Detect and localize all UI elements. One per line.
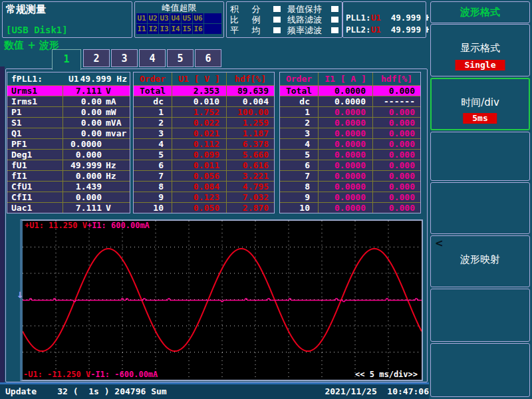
hdf-cell: 0.000 — [373, 139, 420, 149]
tab-3[interactable]: 3 — [111, 49, 138, 67]
harmonics-row-total: Total0.00000.000 — [280, 85, 420, 96]
mode-toggle-row: 积分 — [230, 4, 281, 14]
pll-source: U1 — [371, 25, 381, 35]
pll-name: PLL1: — [346, 13, 371, 23]
hdf-cell: 1.187 — [227, 128, 274, 138]
update-counter: Update 32 ( 1s ) 204796 Sum — [5, 384, 167, 399]
row-label: P1 — [7, 107, 63, 117]
harmonics-row-2: 20.00000.000 — [280, 117, 420, 128]
order-cell: 2 — [134, 118, 172, 128]
harmonics-row-6: 60.00000.000 — [280, 160, 420, 170]
peak-overrange-panel: 峰值超限 U1U2U3U4U5U6 I1I2I3I4I5I6 — [134, 1, 224, 38]
row-label: S1 — [7, 118, 63, 128]
peak-cell-spare — [204, 13, 221, 23]
table-row-deg1: Deg10.000 — [7, 149, 130, 160]
checkbox-icon[interactable] — [331, 17, 338, 23]
softkey-box-3 — [430, 132, 530, 181]
peak-cell: I6 — [193, 24, 203, 34]
filter-toggle-row: 线路滤波 — [287, 15, 338, 25]
value-cell: 0.050 — [172, 203, 227, 213]
header-cell: I1 [ A ] — [319, 72, 373, 85]
checkbox-icon[interactable] — [273, 6, 281, 12]
value-cell: 0.099 — [172, 150, 227, 160]
table-row-p1: P10.00mW — [7, 106, 130, 117]
tab-1[interactable]: 1 — [52, 49, 81, 70]
i1-max-label: +I1: 600.00mA — [87, 221, 150, 230]
tab-6[interactable]: 6 — [195, 49, 221, 67]
toggle-label: 均 — [252, 25, 261, 37]
hdf-cell: 4.795 — [227, 182, 274, 192]
hdf-cell: 0.000 — [373, 107, 420, 117]
value-cell: 0.056 — [172, 171, 227, 181]
hdf-cell: 0.000 — [373, 128, 420, 138]
hdf-cell: 0.004 — [227, 96, 274, 106]
checkbox-icon[interactable] — [273, 27, 281, 33]
value-cell: 0.0000 — [319, 128, 373, 138]
u1-max-label: +U1: 11.250 V — [25, 221, 87, 230]
harmonics-row-5: 50.0995.660 — [134, 149, 274, 160]
filter-toggle-group: 最值保持线路滤波频率滤波 — [287, 4, 338, 35]
tab-5[interactable]: 5 — [167, 49, 194, 67]
hdf-cell: ------ — [373, 96, 420, 106]
usb-status-badge: [USB Disk1] — [6, 25, 68, 35]
value-cell: 2.353 — [172, 86, 227, 96]
harmonics-row-10: 100.00000.000 — [280, 202, 420, 213]
order-cell: 1 — [134, 107, 172, 117]
value-cell: 0.123 — [172, 192, 227, 202]
harmonics-row-9: 90.1237.032 — [134, 192, 274, 202]
current-harmonics-table: OrderI1 [ A ]hdf[%]Total0.00000.000dc0.0… — [279, 72, 421, 213]
peak-overrange-title: 峰值超限 — [135, 2, 223, 13]
tab-4[interactable]: 4 — [139, 49, 166, 67]
row-label: Deg1 — [7, 150, 63, 160]
softkey-label: 时间/div — [432, 96, 529, 109]
tab-2[interactable]: 2 — [83, 49, 110, 67]
trigger-marker-icon: ↓ — [17, 287, 23, 301]
value-cell: 0.0000 — [319, 96, 373, 106]
value-cell: 0.0000 — [319, 86, 373, 96]
order-cell: 3 — [280, 128, 319, 138]
row-value: 0.00 — [63, 96, 102, 106]
timebase-label: << 5 ms/div>> — [355, 370, 418, 379]
value-cell: 0.0000 — [319, 150, 373, 160]
harmonics-row-4: 40.00000.000 — [280, 138, 420, 149]
softkey-box-1[interactable]: 显示格式Single — [430, 24, 530, 76]
checkbox-icon[interactable] — [331, 6, 338, 12]
row-unit: mA — [102, 96, 130, 106]
row-value: 7.111 — [63, 203, 102, 213]
peak-current-row: I1I2I3I4I5I6 — [136, 24, 222, 34]
harmonics-row-dc: dc0.0000------ — [280, 96, 420, 106]
value-cell: 0.0000 — [319, 139, 373, 149]
peak-cell-spare — [204, 24, 221, 34]
softkey-label: 波形映射 — [431, 253, 529, 266]
softkey-box-2[interactable]: 时间/div5ms — [430, 78, 530, 130]
harmonics-row-3: 30.00000.000 — [280, 128, 420, 138]
header-cell: Order — [134, 72, 172, 85]
table-row-fi1: fI10.000Hz — [7, 170, 130, 181]
table-row-cfi1: CfI10.000 — [7, 192, 130, 202]
row-label: fU1 — [7, 160, 63, 170]
pll-source: U1 — [371, 13, 381, 23]
table-row-s1: S10.00mVA — [7, 117, 130, 128]
hdf-cell: 0.000 — [373, 182, 420, 192]
measurement-mode-panel: 常规测量 [USB Disk1] — [2, 1, 132, 38]
checkbox-icon[interactable] — [273, 17, 281, 23]
hdf-cell: 0.000 — [373, 203, 420, 213]
filter-toggle-row: 频率滤波 — [287, 25, 338, 35]
waveform-plot — [23, 221, 422, 378]
value-cell: 0.0000 — [319, 160, 373, 170]
checkbox-icon[interactable] — [331, 27, 338, 33]
order-cell: 5 — [134, 150, 172, 160]
row-unit: Hz — [102, 160, 130, 170]
table-row-irms1: Irms10.00mA — [7, 96, 130, 106]
harmonics-row-2: 20.0221.259 — [134, 117, 274, 128]
harmonics-header: OrderI1 [ A ]hdf[%] — [280, 72, 420, 85]
softkey-box-5[interactable]: <波形映射 — [430, 235, 530, 287]
pll-frequency-value: 49.999 Hz — [79, 74, 130, 84]
peak-cell: I2 — [148, 24, 158, 34]
mode-filter-panel: 积分比例平均 最值保持线路滤波频率滤波 — [226, 1, 342, 38]
value-cell: 0.084 — [172, 182, 227, 192]
order-cell: 8 — [134, 182, 172, 192]
pll-panel: PLL1:U1 49.999 HzPLL2:U1 49.999 Hz — [342, 1, 426, 38]
hdf-cell: 7.032 — [227, 192, 274, 202]
row-value: 49.999 — [63, 160, 102, 170]
